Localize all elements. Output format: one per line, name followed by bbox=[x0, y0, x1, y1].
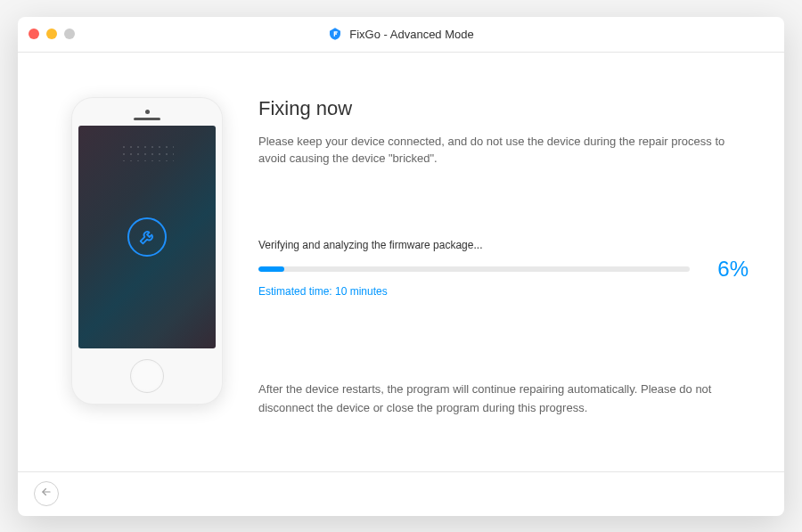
progress-status-text: Verifying and analyzing the firmware pac… bbox=[258, 239, 749, 251]
back-button[interactable] bbox=[34, 481, 59, 506]
phone-speaker-icon bbox=[134, 118, 160, 120]
app-window: FixGo - Advanced Mode bbox=[18, 17, 784, 516]
estimated-time-text: Estimated time: 10 minutes bbox=[258, 285, 749, 298]
home-button-icon bbox=[130, 359, 164, 393]
window-title-group: FixGo - Advanced Mode bbox=[328, 27, 473, 41]
footer-bar bbox=[18, 471, 784, 516]
progress-row: 6% bbox=[258, 257, 749, 282]
titlebar: FixGo - Advanced Mode bbox=[18, 17, 784, 53]
maximize-button[interactable] bbox=[64, 29, 75, 39]
phone-screen bbox=[78, 126, 216, 348]
progress-fill bbox=[258, 266, 284, 272]
phone-frame bbox=[71, 97, 223, 405]
window-title: FixGo - Advanced Mode bbox=[349, 28, 473, 41]
close-button[interactable] bbox=[29, 29, 39, 39]
page-heading: Fixing now bbox=[258, 97, 749, 120]
content-area: Fixing now Please keep your device conne… bbox=[18, 53, 784, 471]
wrench-icon bbox=[137, 227, 157, 247]
arrow-left-icon bbox=[40, 486, 53, 502]
minimize-button[interactable] bbox=[46, 29, 57, 39]
app-logo-icon bbox=[328, 27, 342, 41]
phone-top-sensors bbox=[78, 104, 216, 126]
instruction-text: Please keep your device connected, and d… bbox=[258, 133, 749, 168]
progress-block: Verifying and analyzing the firmware pac… bbox=[258, 239, 749, 298]
device-illustration bbox=[71, 97, 223, 445]
wrench-circle-icon bbox=[127, 217, 167, 257]
bottom-note: After the device restarts, the program w… bbox=[258, 381, 749, 418]
progress-percent: 6% bbox=[704, 257, 749, 282]
main-panel: Fixing now Please keep your device conne… bbox=[258, 97, 749, 445]
progress-bar bbox=[258, 266, 690, 272]
phone-camera-icon bbox=[145, 110, 150, 114]
window-controls bbox=[29, 29, 75, 39]
